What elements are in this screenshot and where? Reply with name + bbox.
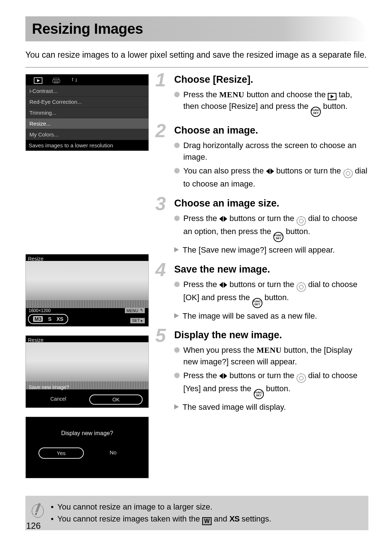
bullet-dot-icon [174, 92, 180, 97]
intro-text: You can resize images to a lower pixel s… [25, 49, 368, 61]
note-box: You cannot resize an image to a larger s… [25, 496, 368, 530]
size-option: XS [57, 316, 64, 322]
dial-icon [297, 373, 306, 383]
func-set-icon: FUNC.SET [254, 389, 264, 399]
note-item: You cannot resize images taken with the … [51, 513, 362, 525]
step-bullet: The saved image will display. [174, 401, 368, 413]
play-tab-icon [328, 93, 336, 100]
step-text: The [Save new image?] screen will appear… [183, 244, 368, 256]
bullet-dot-icon [174, 373, 180, 378]
step-title: Choose an image size. [174, 198, 368, 209]
save-prompt: Save new image? [29, 384, 69, 390]
section-header: Resizing Images [25, 16, 368, 41]
bullet-arrow-icon [174, 247, 179, 252]
step: 4Save the new image.Press the buttons or… [155, 264, 368, 322]
size-options: M3SXS [28, 314, 68, 324]
bullet-dot-icon [174, 347, 180, 353]
divider [25, 67, 368, 68]
menu-item: Red-Eye Correction... [26, 97, 148, 107]
bullet-arrow-icon [174, 404, 179, 409]
func-set-icon: FUNC.SET [252, 298, 262, 308]
menu-word-icon: MENU [257, 345, 282, 355]
step: 2Choose an image.Drag horizontally acros… [155, 125, 368, 190]
screenshot-save: Resize Save new image? Cancel OK [25, 335, 149, 408]
step-number: 5 [155, 324, 166, 346]
step-bullet: Press the buttons or turn the dial to ch… [174, 279, 368, 308]
menu-back-icon: MENU ↰ [125, 308, 145, 313]
step-title: Choose [Resize]. [174, 74, 368, 85]
svg-rect-2 [54, 78, 59, 80]
bullet-dot-icon [174, 143, 180, 148]
pencil-icon [31, 502, 44, 518]
wide-mode-icon: W [202, 517, 212, 525]
step-bullet: Press the buttons or turn the dial to ch… [174, 213, 368, 242]
step-bullet: Press the MENU button and choose the tab… [174, 89, 368, 117]
left-right-icon [266, 168, 274, 174]
step-text: You can also press the buttons or turn t… [183, 165, 368, 190]
menu-item: Trimming... [26, 107, 148, 118]
svg-marker-1 [37, 79, 40, 82]
menu-item: My Colors... [26, 129, 148, 140]
step-text: The image will be saved as a new file. [183, 310, 368, 322]
step-text: The saved image will display. [183, 401, 368, 413]
cancel-button: Cancel [32, 394, 85, 405]
bullet-arrow-icon [174, 313, 179, 318]
note-item: You cannot resize an image to a larger s… [51, 501, 362, 513]
size-option: M3 [33, 316, 43, 322]
step-bullet: Press the buttons or turn the dial to ch… [174, 370, 368, 399]
svg-marker-7 [35, 512, 37, 515]
step-text: Press the buttons or turn the dial to ch… [183, 279, 368, 308]
play-tab-icon [34, 77, 42, 84]
step-text: Press the buttons or turn the dial to ch… [183, 213, 368, 242]
step-title: Choose an image. [174, 125, 368, 136]
step: 3Choose an image size.Press the buttons … [155, 198, 368, 256]
left-right-icon [219, 373, 227, 379]
step-bullet: Drag horizontally across the screen to c… [174, 140, 368, 163]
step-text: When you press the MENU button, the [Dis… [183, 344, 368, 368]
step: 1Choose [Resize].Press the MENU button a… [155, 74, 368, 117]
menu-word-icon: MENU [219, 90, 244, 99]
menu-footer: Saves images to a lower resolution [26, 140, 148, 151]
menu-list: i-Contrast...Red-Eye Correction...Trimmi… [26, 86, 148, 140]
step-text: Press the buttons or turn the dial to ch… [183, 370, 368, 399]
bullet-dot-icon [174, 168, 180, 173]
step-text: Press the MENU button and choose the tab… [183, 89, 368, 117]
dial-icon [297, 216, 306, 226]
ok-button: OK [89, 394, 142, 405]
yes-button: Yes [38, 447, 84, 459]
step-number: 1 [155, 69, 166, 91]
step-text: Drag horizontally across the screen to c… [183, 140, 368, 163]
step: 5Display the new image.When you press th… [155, 330, 368, 413]
screenshot-menu: i-Contrast...Red-Eye Correction...Trimmi… [25, 74, 149, 151]
step-bullet: You can also press the buttons or turn t… [174, 165, 368, 190]
page-number: 126 [26, 521, 41, 531]
step-bullet: The image will be saved as a new file. [174, 310, 368, 322]
dial-icon [297, 282, 306, 292]
func-set-icon: FUNC.SET [311, 107, 321, 117]
step-number: 2 [155, 120, 166, 142]
step-number: 3 [155, 193, 166, 214]
steps-column: 1Choose [Resize].Press the MENU button a… [155, 74, 368, 487]
bullet-dot-icon [174, 216, 180, 221]
left-right-icon [219, 216, 227, 222]
size-option: S [48, 316, 51, 322]
screenshot-resize: Resize 1600×1200 MENU ↰ SET ▸ M3SXS [25, 254, 149, 327]
dial-icon [343, 169, 353, 178]
print-tab-icon [52, 77, 61, 84]
menu-item: Resize... [26, 118, 148, 129]
set-icon: SET ▸ [130, 318, 145, 323]
step-bullet: When you press the MENU button, the [Dis… [174, 344, 368, 368]
step-number: 4 [155, 259, 166, 281]
display-prompt: Display new image? [26, 417, 148, 447]
left-right-icon [219, 282, 227, 288]
bullet-dot-icon [174, 282, 180, 287]
menu-item: i-Contrast... [26, 86, 148, 97]
step-bullet: The [Save new image?] screen will appear… [174, 244, 368, 256]
func-set-icon: FUNC.SET [273, 232, 283, 242]
screenshot-display: Display new image? Yes No [25, 417, 149, 478]
step-title: Save the new image. [174, 264, 368, 275]
section-title: Resizing Images [32, 21, 361, 37]
step-title: Display the new image. [174, 330, 368, 341]
no-button: No [90, 447, 136, 459]
tools-tab-icon [70, 77, 79, 84]
